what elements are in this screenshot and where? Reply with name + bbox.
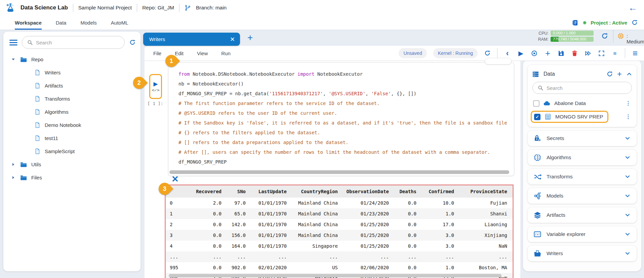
table-header-row: RecoveredSNoLastUpdateCountryRegionObser… [166,185,513,198]
tab-writers[interactable]: Writers ✕ [143,33,240,46]
caret-down-icon[interactable] [11,57,16,62]
section-label: Algorithms [547,154,571,161]
stop-icon[interactable]: ■ [611,50,618,57]
file-tree: RepoWritersArtifactsTransformsAlgorithms… [3,50,140,184]
caret-right-icon[interactable] [11,175,16,180]
chevron-down-icon[interactable] [624,212,631,218]
section-models[interactable]: Models [528,188,637,204]
run-cell-icon[interactable]: ▶ [153,81,158,87]
code-editor[interactable]: from Notebook.DSNotebook.NotebookExecuto… [168,63,514,167]
scroll-indicator[interactable] [485,58,512,65]
chevron-down-icon[interactable] [624,135,631,142]
kernel-refresh-icon[interactable] [484,50,491,57]
tree-folder-utils[interactable]: Utils [3,158,140,171]
chevron-left-icon[interactable]: ‹ [504,50,511,57]
output-close-icon[interactable]: ✕ [171,175,179,183]
chevron-up-icon[interactable] [626,71,633,77]
add-cell-icon[interactable]: + [544,50,551,57]
workspace-tools-panel: Data + Abalone Data✓MONGO SRV PREP Secre… [523,60,641,271]
section-variable-explorer[interactable]: (x)Variable explorer [528,227,637,242]
tab-close-icon[interactable]: ✕ [230,36,235,42]
data-add-icon[interactable]: + [617,70,622,78]
tree-file-algorithms[interactable]: Algorithms [3,105,140,118]
chevron-down-icon[interactable] [624,154,631,161]
tree-folder-files[interactable]: Files [3,171,140,184]
section-algorithms[interactable]: Algorithms [528,150,637,165]
file-icon [34,82,41,89]
tree-file-writers[interactable]: Writers [3,66,140,79]
back-arrow-icon[interactable]: ← [628,3,637,12]
section-transforms[interactable]: Transforms [528,169,637,184]
checkbox-checked[interactable]: ✓ [534,114,540,120]
code-line: # The first function parameter refers to… [178,99,511,108]
fullscreen-icon[interactable] [598,50,605,57]
tree-folder-repo[interactable]: Repo [3,53,140,66]
folder-icon [20,56,27,63]
menu-icon[interactable]: ≡ [632,50,639,57]
file-icon [34,96,41,102]
chevron-down-icon[interactable] [624,231,631,238]
nav-tab-models[interactable]: Models [80,15,96,30]
tree-file-label: Algorithms [45,109,69,115]
kernel-settings-icon[interactable] [531,50,538,57]
menu-view[interactable]: View [197,50,208,56]
file-icon [34,122,41,128]
run-icon[interactable]: ▶ [517,50,524,57]
row-index-cell: 0 [166,198,189,208]
kebab-menu-icon[interactable] [625,114,631,120]
network-icon [533,192,541,200]
code-line: # After [], users can specify the number… [178,147,511,157]
code-cell[interactable]: from Notebook.DSNotebook.NotebookExecuto… [168,62,514,176]
menu-run[interactable]: Run [221,50,231,56]
section-artifacts[interactable]: Artifacts [528,207,637,223]
tree-file-transforms[interactable]: Transforms [3,92,140,105]
data-cell: Fujian [459,198,513,208]
nav-tab-workspace[interactable]: Workspace [15,15,42,30]
header-divider [73,4,73,12]
data-item-mongo-srv-prep[interactable]: ✓MONGO SRV PREP [532,110,633,124]
table-row: 9950.0902.002/01/2020US02/06/20200.01.0B… [166,262,513,273]
data-search-input[interactable] [547,85,627,91]
folder-icon [20,161,27,168]
git-branch-icon [185,5,191,11]
tree-file-samplescript[interactable]: SampleScript [3,145,140,158]
header-divider [179,4,179,12]
tree-file-test11[interactable]: test11 [3,132,140,145]
project-log-icon[interactable] [572,19,579,26]
resource-refresh-icon[interactable] [601,32,608,40]
tree-file-label: Demo Notebook [45,122,81,128]
section-writers[interactable]: Writers [528,246,637,261]
chevron-down-icon[interactable] [624,250,631,257]
save-icon[interactable] [558,50,565,57]
tree-file-artifacts[interactable]: Artifacts [3,79,140,92]
shuffle-icon [533,173,541,181]
project-refresh-icon[interactable] [631,19,638,26]
data-cell: 97.0 [227,198,251,208]
delete-icon[interactable] [571,50,578,57]
data-refresh-icon[interactable] [606,71,613,77]
kebab-menu-icon[interactable] [625,100,631,106]
menu-file[interactable]: File [153,50,161,56]
new-tab-button[interactable]: + [247,33,253,42]
checkbox-unchecked[interactable] [533,100,539,107]
data-cell: 1.0 [422,208,459,219]
section-secrets[interactable]: Secrets [528,131,637,146]
code-horizontal-scrollbar[interactable] [169,170,509,174]
data-cell: Shanxi [459,208,513,219]
nav-tab-automl[interactable]: AutoML [111,15,128,30]
caret-right-icon[interactable] [11,162,16,167]
tree-file-demo-notebook[interactable]: Demo Notebook [3,118,140,132]
explorer-refresh-icon[interactable] [129,39,136,46]
data-item-abalone-data[interactable]: Abalone Data [532,97,633,110]
menu-edit[interactable]: Edit [175,50,184,56]
explorer-menu-icon[interactable] [9,40,17,45]
output-horizontal-scrollbar[interactable] [169,274,501,277]
data-cell: ... [459,251,513,262]
run-all-icon[interactable] [585,50,592,57]
chevron-down-icon[interactable] [624,173,631,180]
nav-tab-data[interactable]: Data [56,15,67,30]
cloud-icon [543,100,551,107]
explorer-search-input[interactable] [36,40,120,45]
chevron-down-icon[interactable] [624,193,631,199]
data-cell: 0.0 [394,219,422,230]
